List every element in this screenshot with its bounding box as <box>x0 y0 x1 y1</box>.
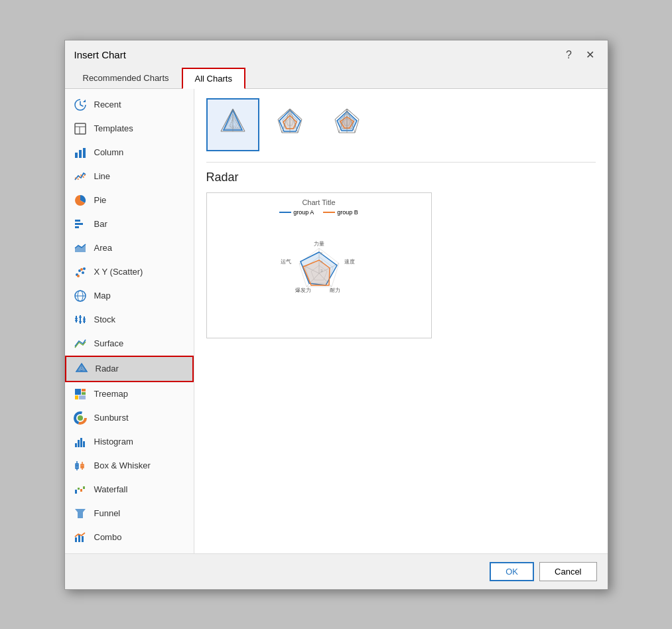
sidebar-label-radar: Radar <box>96 364 119 374</box>
chart-thumb-1[interactable] <box>206 98 259 151</box>
insert-chart-dialog: Insert Chart ? ✕ Recommended Charts All … <box>64 40 608 590</box>
sidebar-label-map: Map <box>94 291 111 301</box>
svg-point-13 <box>83 267 86 270</box>
sidebar-item-boxwhisker[interactable]: Box & Whisker <box>65 454 194 478</box>
sidebar-item-histogram[interactable]: Histogram <box>65 430 194 454</box>
sidebar-item-surface[interactable]: Surface <box>65 332 194 356</box>
sidebar-item-stock[interactable]: Stock <box>65 308 194 332</box>
svg-rect-38 <box>79 395 86 399</box>
sidebar-item-combo[interactable]: Combo <box>65 525 194 549</box>
area-icon <box>73 241 88 255</box>
column-icon <box>73 145 88 160</box>
svg-rect-45 <box>83 441 85 447</box>
surface-icon <box>73 336 88 351</box>
boxwhisker-icon <box>73 458 88 473</box>
dialog-title: Insert Chart <box>74 49 126 60</box>
sidebar-label-combo: Combo <box>94 532 122 542</box>
svg-rect-59 <box>82 536 84 542</box>
svg-rect-43 <box>78 440 80 447</box>
svg-rect-36 <box>82 392 86 395</box>
combo-icon <box>73 530 88 545</box>
radar-icon <box>74 362 89 376</box>
cancel-button[interactable]: Cancel <box>539 562 596 581</box>
sidebar-item-column[interactable]: Column <box>65 141 194 165</box>
svg-rect-37 <box>75 395 78 399</box>
svg-point-41 <box>78 415 83 421</box>
sidebar-item-recent[interactable]: Recent <box>65 93 194 117</box>
chart-thumb-2[interactable] <box>263 98 316 151</box>
svg-rect-54 <box>80 489 82 492</box>
funnel-icon <box>73 506 88 521</box>
legend-item-b: group B <box>323 209 358 216</box>
line-icon <box>73 169 88 184</box>
sidebar-item-scatter[interactable]: X Y (Scatter) <box>65 260 194 284</box>
close-button[interactable]: ✕ <box>582 47 598 63</box>
chart-type-title: Radar <box>206 171 596 184</box>
recent-icon <box>73 98 88 112</box>
svg-text:运气: 运气 <box>281 259 291 265</box>
ok-button[interactable]: OK <box>490 562 534 581</box>
scatter-icon <box>73 265 88 279</box>
stock-icon <box>73 313 88 327</box>
tab-all-charts[interactable]: All Charts <box>182 68 245 89</box>
svg-text:耐力: 耐力 <box>330 287 340 293</box>
sidebar-label-scatter: X Y (Scatter) <box>94 267 143 277</box>
sidebar-item-pie[interactable]: Pie <box>65 188 194 212</box>
sidebar-label-boxwhisker: Box & Whisker <box>94 460 151 470</box>
sidebar-item-line[interactable]: Line <box>65 165 194 188</box>
templates-icon <box>73 121 88 136</box>
help-button[interactable]: ? <box>561 47 577 63</box>
sidebar-label-histogram: Histogram <box>94 437 133 447</box>
svg-rect-44 <box>80 438 82 447</box>
sidebar-label-pie: Pie <box>94 195 107 205</box>
sidebar-item-bar[interactable]: Bar <box>65 212 194 236</box>
radar-chart-svg-container: 力量 速度 耐力 爆发力 运气 3 4 5 <box>212 217 426 323</box>
sidebar-item-templates[interactable]: Templates <box>65 117 194 141</box>
sidebar-label-surface: Surface <box>94 338 124 348</box>
legend-color-a <box>279 212 291 213</box>
waterfall-icon <box>73 482 88 497</box>
svg-rect-58 <box>78 535 80 542</box>
svg-text:爆发力: 爆发力 <box>295 287 311 293</box>
legend-label-a: group A <box>293 209 314 216</box>
svg-point-14 <box>77 275 80 277</box>
svg-rect-52 <box>75 490 77 494</box>
sidebar-item-area[interactable]: Area <box>65 236 194 260</box>
svg-text:力量: 力量 <box>314 241 324 247</box>
sidebar-label-waterfall: Waterfall <box>94 484 128 494</box>
histogram-icon <box>73 435 88 449</box>
chart-preview-box: Chart Title group A group B <box>206 192 432 338</box>
sidebar-item-radar[interactable]: Radar <box>65 356 194 382</box>
sidebar-label-templates: Templates <box>94 123 133 133</box>
sidebar-item-map[interactable]: Map <box>65 284 194 308</box>
sunburst-icon <box>73 411 88 425</box>
svg-rect-57 <box>75 537 77 542</box>
chart-thumb-3[interactable] <box>320 98 373 151</box>
sidebar-label-line: Line <box>94 171 111 181</box>
sidebar-item-sunburst[interactable]: Sunburst <box>65 406 194 430</box>
treemap-icon <box>73 387 88 401</box>
title-bar: Insert Chart ? ✕ <box>65 40 608 67</box>
main-panel: Radar Chart Title group A group B <box>194 89 608 553</box>
sidebar-label-stock: Stock <box>94 314 116 324</box>
svg-rect-42 <box>75 443 77 447</box>
tab-bar: Recommended Charts All Charts <box>65 67 608 89</box>
pie-icon <box>73 193 88 208</box>
sidebar-item-funnel[interactable]: Funnel <box>65 502 194 525</box>
title-bar-controls: ? ✕ <box>561 47 598 63</box>
svg-rect-6 <box>75 220 80 222</box>
chart-legend: group A group B <box>212 209 426 216</box>
chart-thumbnails <box>206 98 596 151</box>
tab-recommended[interactable]: Recommended Charts <box>70 68 182 89</box>
sidebar-label-treemap: Treemap <box>94 389 129 399</box>
sidebar-label-area: Area <box>94 243 112 253</box>
sidebar-label-bar: Bar <box>94 219 107 229</box>
legend-item-a: group A <box>279 209 314 216</box>
map-icon <box>73 289 88 303</box>
sidebar-item-waterfall[interactable]: Waterfall <box>65 478 194 502</box>
svg-rect-35 <box>82 389 86 391</box>
svg-rect-7 <box>75 223 83 225</box>
svg-rect-5 <box>83 148 86 158</box>
svg-rect-53 <box>78 488 80 490</box>
sidebar-item-treemap[interactable]: Treemap <box>65 382 194 406</box>
